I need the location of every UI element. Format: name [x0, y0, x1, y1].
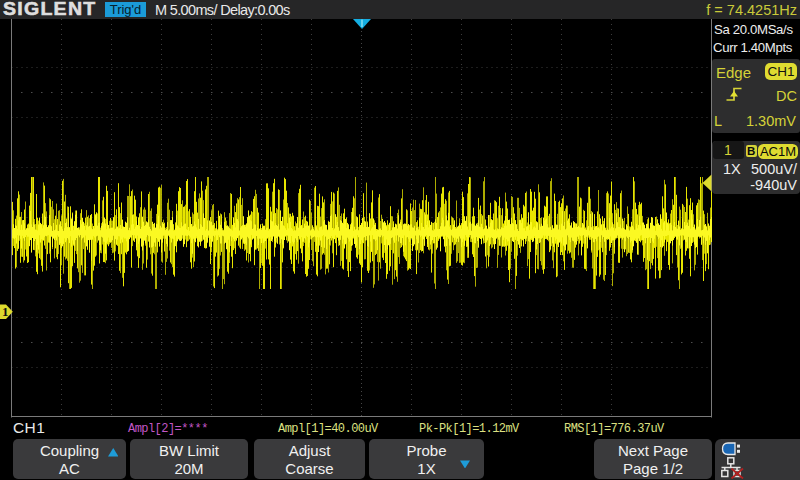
svg-text:1: 1: [2, 304, 9, 319]
